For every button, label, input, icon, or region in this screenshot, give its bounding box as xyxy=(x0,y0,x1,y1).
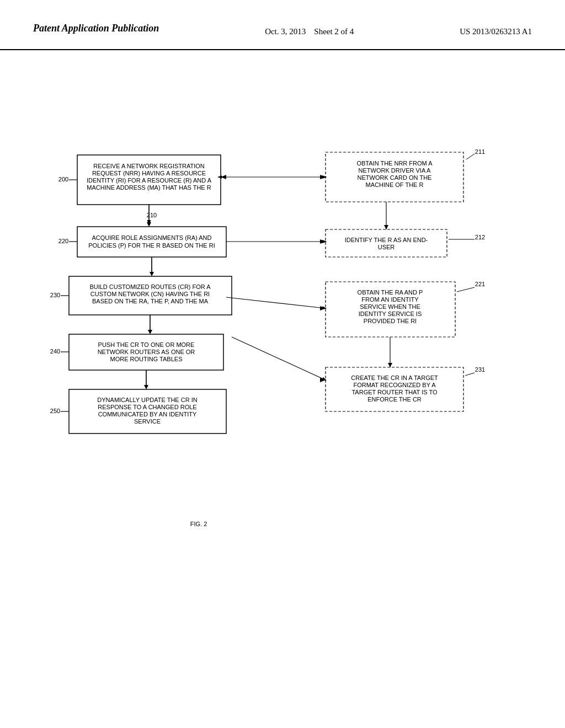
svg-text:NETWORK ROUTERS AS ONE OR: NETWORK ROUTERS AS ONE OR xyxy=(98,349,195,355)
svg-text:IDENTITY (RI) FOR A RESOURCE (: IDENTITY (RI) FOR A RESOURCE (R) AND A xyxy=(87,177,212,184)
svg-text:MACHINE OF THE R: MACHINE OF THE R xyxy=(366,181,424,188)
node-250: DYNAMICALLY UPDATE THE CR IN RESPONSE TO… xyxy=(69,389,226,433)
svg-marker-64 xyxy=(148,330,152,334)
label-221: 221 xyxy=(475,281,485,287)
label-240: 240 xyxy=(50,348,60,355)
svg-text:TARGET ROUTER THAT IS TO: TARGET ROUTER THAT IS TO xyxy=(351,389,437,395)
svg-text:OBTAIN THE RA AND P: OBTAIN THE RA AND P xyxy=(358,289,423,296)
svg-line-50 xyxy=(226,297,326,308)
svg-marker-71 xyxy=(320,239,326,244)
svg-line-57 xyxy=(232,337,326,380)
patent-diagram: RECEIVE A NETWORK REGISTRATION REQUEST (… xyxy=(33,83,532,580)
svg-text:PUSH THE CR TO ONE OR MORE: PUSH THE CR TO ONE OR MORE xyxy=(98,341,195,348)
node-212: IDENTIFY THE R AS AN END- USER xyxy=(326,229,447,257)
svg-text:IDENTIFY THE R AS AN END-: IDENTIFY THE R AS AN END- xyxy=(345,237,428,243)
label-250: 250 xyxy=(50,408,60,414)
label-220: 220 xyxy=(58,238,68,244)
svg-marker-66 xyxy=(144,385,148,389)
svg-line-49 xyxy=(457,287,475,292)
label-200: 200 xyxy=(58,176,68,183)
svg-marker-62 xyxy=(150,272,154,276)
svg-marker-69 xyxy=(320,306,326,311)
svg-text:CUSTOM NETWORK (CN) HAVING THE: CUSTOM NETWORK (CN) HAVING THE RI xyxy=(90,291,210,297)
svg-text:BUILD CUSTOMIZED ROUTES (CR) F: BUILD CUSTOMIZED ROUTES (CR) FOR A xyxy=(89,283,211,290)
svg-marker-73 xyxy=(388,363,392,367)
svg-text:PROVIDED THE RI: PROVIDED THE RI xyxy=(364,318,417,324)
fig-label: FIG. 2 xyxy=(190,521,207,527)
header-patent-number: US 2013/0263213 A1 xyxy=(460,22,532,38)
node-211: OBTAIN THE NRR FROM A NETWORK DRIVER VIA… xyxy=(326,152,463,202)
svg-line-35 xyxy=(466,154,475,159)
node-240: PUSH THE CR TO ONE OR MORE NETWORK ROUTE… xyxy=(69,334,223,370)
svg-marker-67 xyxy=(320,175,326,179)
svg-text:COMMUNICATED BY AN IDENTITY: COMMUNICATED BY AN IDENTITY xyxy=(98,411,197,417)
svg-marker-68 xyxy=(221,175,226,179)
svg-text:ENFORCE THE CR: ENFORCE THE CR xyxy=(367,396,422,403)
node-200: RECEIVE A NETWORK REGISTRATION REQUEST (… xyxy=(77,155,221,205)
label-210: 210 xyxy=(147,212,157,218)
svg-text:RECEIVE A NETWORK REGISTRATION: RECEIVE A NETWORK REGISTRATION xyxy=(93,163,205,169)
node-221: OBTAIN THE RA AND P FROM AN IDENTITY SER… xyxy=(326,282,455,337)
svg-text:SERVICE: SERVICE xyxy=(134,418,161,425)
svg-text:OBTAIN THE NRR FROM A: OBTAIN THE NRR FROM A xyxy=(356,160,433,167)
svg-line-56 xyxy=(465,373,475,376)
svg-text:RESPONSE TO A CHANGED ROLE: RESPONSE TO A CHANGED ROLE xyxy=(98,404,196,410)
diagram-area: RECEIVE A NETWORK REGISTRATION REQUEST (… xyxy=(0,50,565,684)
svg-text:NETWORK CARD ON THE: NETWORK CARD ON THE xyxy=(358,174,432,181)
svg-marker-60 xyxy=(147,222,151,227)
node-230: BUILD CUSTOMIZED ROUTES (CR) FOR A CUSTO… xyxy=(69,276,232,315)
svg-marker-72 xyxy=(384,225,388,229)
header-sheet: Sheet 2 of 4 xyxy=(314,27,354,36)
svg-text:SERVICE WHEN THE: SERVICE WHEN THE xyxy=(360,303,420,310)
svg-text:CREATE THE CR IN A TARGET: CREATE THE CR IN A TARGET xyxy=(351,374,438,381)
svg-text:MORE ROUTING TABLES: MORE ROUTING TABLES xyxy=(110,356,182,362)
svg-text:DYNAMICALLY UPDATE THE CR IN: DYNAMICALLY UPDATE THE CR IN xyxy=(97,397,197,403)
svg-text:FROM AN IDENTITY: FROM AN IDENTITY xyxy=(361,296,419,303)
label-231: 231 xyxy=(475,366,485,373)
svg-text:REQUEST (NRR) HAVING A RESOURC: REQUEST (NRR) HAVING A RESOURCE xyxy=(92,170,206,176)
svg-text:MACHINE ADDRESS (MA) THAT HAS : MACHINE ADDRESS (MA) THAT HAS THE R xyxy=(87,184,211,191)
svg-text:USER: USER xyxy=(378,244,395,250)
svg-text:FORMAT RECOGNIZED BY A: FORMAT RECOGNIZED BY A xyxy=(353,382,436,388)
label-212: 212 xyxy=(475,234,485,240)
label-230: 230 xyxy=(50,292,60,298)
page-header: Patent Application Publication Oct. 3, 2… xyxy=(0,0,565,50)
header-title: Patent Application Publication xyxy=(33,22,159,35)
label-211: 211 xyxy=(475,148,485,155)
svg-text:IDENTITY SERVICE IS: IDENTITY SERVICE IS xyxy=(359,311,422,317)
svg-text:BASED ON THE RA, THE P, AND TH: BASED ON THE RA, THE P, AND THE MA xyxy=(92,298,209,304)
node-220: ACQUIRE ROLE ASSIGNMENTS (RA) AND POLICI… xyxy=(77,227,226,257)
svg-text:NETWORK DRIVER VIA A: NETWORK DRIVER VIA A xyxy=(359,167,431,174)
svg-text:ACQUIRE ROLE ASSIGNMENTS (RA) : ACQUIRE ROLE ASSIGNMENTS (RA) AND xyxy=(92,234,212,241)
header-date-sheet: Oct. 3, 2013 Sheet 2 of 4 xyxy=(265,22,354,38)
header-date: Oct. 3, 2013 xyxy=(265,27,306,36)
node-231: CREATE THE CR IN A TARGET FORMAT RECOGNI… xyxy=(326,367,463,411)
svg-text:POLICIES (P) FOR THE R BASED O: POLICIES (P) FOR THE R BASED ON THE RI xyxy=(88,242,215,249)
